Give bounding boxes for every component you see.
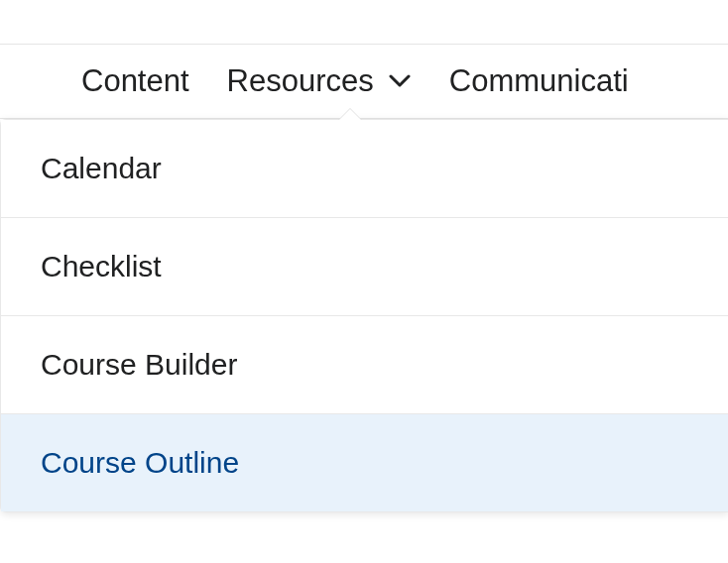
dropdown-item-label: Checklist	[41, 250, 162, 282]
nav-item-content[interactable]: Content	[81, 63, 189, 99]
dropdown-item-course-builder[interactable]: Course Builder	[1, 316, 728, 414]
nav-label: Resources	[227, 63, 374, 99]
dropdown-arrow	[338, 108, 362, 120]
main-nav: Content Resources Communicati	[0, 44, 728, 119]
chevron-down-icon	[388, 69, 412, 93]
nav-label: Content	[81, 63, 189, 99]
dropdown-item-label: Course Outline	[41, 446, 239, 479]
top-spacer	[0, 0, 728, 44]
dropdown-item-calendar[interactable]: Calendar	[1, 120, 728, 218]
nav-label: Communicati	[449, 63, 629, 99]
dropdown-item-label: Calendar	[41, 152, 162, 184]
dropdown-item-label: Course Builder	[41, 348, 237, 381]
nav-item-communication[interactable]: Communicati	[449, 63, 629, 99]
dropdown-item-course-outline[interactable]: Course Outline	[1, 414, 728, 511]
resources-dropdown: Calendar Checklist Course Builder Course…	[0, 119, 728, 512]
nav-item-resources[interactable]: Resources	[227, 63, 412, 99]
dropdown-item-checklist[interactable]: Checklist	[1, 218, 728, 316]
